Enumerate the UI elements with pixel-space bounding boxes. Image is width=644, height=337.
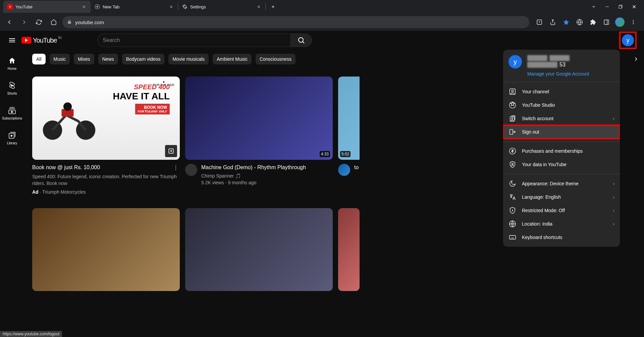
sidebar-label: Library — [7, 141, 17, 145]
video-age: 9 months ago — [228, 180, 256, 185]
menu-label: Restricted Mode: Off — [522, 208, 565, 213]
menu-item-location[interactable]: Location: India › — [503, 217, 620, 231]
menu-label: Language: English — [522, 194, 561, 200]
bookmark-star-icon[interactable] — [561, 17, 571, 27]
search-box[interactable] — [97, 34, 290, 47]
menu-label: Purchases and memberships — [522, 148, 583, 154]
shorts-icon — [8, 82, 16, 90]
sidebar-item-shorts[interactable]: Shorts — [0, 76, 24, 101]
ad-card[interactable]: ▲FOR THE RIDE SPEED 400 HAVE IT ALL BOOK… — [32, 77, 180, 195]
install-app-icon[interactable] — [535, 17, 544, 27]
home-icon — [8, 57, 16, 65]
video-thumbnail[interactable] — [338, 208, 360, 291]
chip-consciousness[interactable]: Consciousness — [256, 54, 296, 64]
video-thumbnail[interactable]: 4:33 — [185, 77, 333, 160]
reload-button[interactable] — [33, 16, 45, 28]
close-window-icon[interactable]: ✕ — [631, 3, 637, 10]
browser-status-bar: https://www.youtube.com/logout — [0, 331, 62, 337]
menu-item-your-data[interactable]: Your data in YouTube — [503, 158, 620, 171]
chip-all[interactable]: All — [32, 54, 46, 64]
menu-item-sign-out[interactable]: Sign out — [503, 125, 620, 139]
menu-item-language[interactable]: Language: English › — [503, 190, 620, 204]
chrome-menu-icon[interactable] — [629, 17, 638, 27]
video-thumbnail[interactable] — [32, 208, 180, 291]
channel-name[interactable]: Chimp Spanner — [201, 173, 234, 179]
close-icon[interactable]: ✕ — [81, 4, 87, 9]
menu-toggle-button[interactable] — [5, 34, 19, 47]
menu-item-restricted-mode[interactable]: Restricted Mode: Off › — [503, 204, 620, 217]
profile-avatar[interactable] — [615, 17, 625, 27]
tab-youtube[interactable]: YouTube ✕ — [3, 1, 91, 13]
search-input[interactable] — [103, 37, 285, 43]
menu-label: YouTube Studio — [522, 102, 555, 108]
motorcycle-graphic — [39, 83, 99, 153]
tab-newtab[interactable]: New Tab ✕ — [91, 1, 178, 13]
svg-point-26 — [512, 163, 514, 165]
share-icon[interactable] — [548, 17, 557, 27]
account-email-row: 53 — [527, 62, 589, 68]
sidebar-item-library[interactable]: Library — [0, 126, 24, 150]
person-square-icon — [508, 88, 517, 96]
close-icon[interactable]: ✕ — [256, 4, 261, 9]
url-input[interactable]: youtube.com — [62, 16, 529, 28]
tab-search-icon[interactable] — [590, 3, 597, 10]
chip-moviemusicals[interactable]: Movie musicals — [168, 54, 209, 64]
channel-avatar[interactable] — [338, 164, 350, 176]
chip-music[interactable]: Music — [50, 54, 70, 64]
switch-account-icon — [508, 114, 517, 123]
video-title: Machine God (Demo) - Rhythm Playthrough — [201, 164, 333, 171]
svg-rect-24 — [510, 130, 513, 135]
video-card[interactable]: 4:33 Machine God (Demo) - Rhythm Playthr… — [185, 77, 333, 195]
new-tab-button[interactable]: ＋ — [268, 2, 278, 11]
account-name-redacted — [527, 55, 589, 61]
external-link-icon[interactable] — [165, 145, 177, 157]
home-button[interactable] — [48, 16, 60, 28]
video-thumbnail[interactable]: 5:02 — [338, 77, 360, 160]
tab-separator — [265, 3, 266, 10]
svg-point-17 — [63, 102, 72, 111]
sidebar-item-home[interactable]: Home — [0, 51, 24, 76]
chip-news[interactable]: News — [98, 54, 118, 64]
menu-item-switch-account[interactable]: Switch account › — [503, 112, 620, 125]
back-button[interactable] — [3, 16, 15, 28]
channel-avatar[interactable] — [185, 164, 197, 176]
menu-item-keyboard-shortcuts[interactable]: Keyboard shortcuts — [503, 231, 620, 244]
menu-item-youtube-studio[interactable]: YouTube Studio — [503, 98, 620, 112]
manage-google-account-link[interactable]: Manage your Google Account — [527, 71, 589, 77]
close-icon[interactable]: ✕ — [168, 4, 174, 9]
menu-item-appearance[interactable]: Appearance: Device theme › — [503, 177, 620, 190]
youtube-play-icon — [21, 37, 32, 44]
menu-item-your-channel[interactable]: Your channel — [503, 85, 620, 98]
chip-mixes[interactable]: Mixes — [74, 54, 94, 64]
ad-thumbnail[interactable]: ▲FOR THE RIDE SPEED 400 HAVE IT ALL BOOK… — [32, 77, 180, 160]
sidepanel-icon[interactable] — [602, 17, 611, 27]
svg-point-11 — [299, 38, 303, 42]
menu-label: Your channel — [522, 89, 549, 94]
sidebar-item-subscriptions[interactable]: Subscriptions — [0, 101, 24, 126]
tab-settings[interactable]: Settings ✕ — [178, 1, 265, 13]
maximize-icon[interactable] — [617, 3, 624, 10]
youtube-header: YouTube IN y — [0, 31, 644, 50]
chip-ambient[interactable]: Ambient Music — [213, 54, 252, 64]
sign-out-icon — [508, 128, 517, 136]
video-options-button[interactable]: ⋮ — [172, 164, 180, 172]
tab-bar: YouTube ✕ New Tab ✕ Settings ✕ ＋ ✕ — [0, 0, 644, 13]
shield-person-icon — [508, 160, 517, 168]
minimize-icon[interactable] — [604, 3, 610, 10]
chips-scroll-right[interactable] — [629, 54, 643, 64]
globe-icon[interactable] — [575, 17, 584, 27]
sidebar-label: Shorts — [7, 92, 17, 95]
forward-button[interactable] — [18, 16, 30, 28]
video-thumbnail[interactable] — [185, 208, 333, 291]
chip-bodycam[interactable]: Bodycam videos — [122, 54, 165, 64]
library-icon — [8, 131, 16, 139]
tab-title: YouTube — [15, 4, 78, 9]
video-views: 5.2K views — [201, 180, 224, 185]
search-button[interactable] — [290, 34, 312, 47]
account-avatar-button[interactable]: y — [622, 34, 634, 46]
extensions-icon[interactable] — [588, 17, 598, 27]
youtube-logo[interactable]: YouTube IN — [21, 37, 57, 44]
chevron-right-icon: › — [613, 116, 614, 121]
video-card-partial[interactable]: 5:02 to — [338, 77, 360, 195]
menu-item-purchases[interactable]: Purchases and memberships — [503, 144, 620, 158]
